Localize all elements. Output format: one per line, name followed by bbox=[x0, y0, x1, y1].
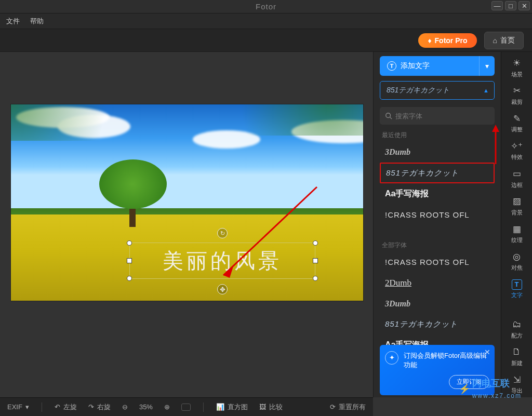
minimize-button[interactable]: — bbox=[491, 1, 503, 10]
all-font-list: !CRASS ROOTS OFL2Dumb3Dumb851テガキカクットAa手写… bbox=[380, 252, 495, 345]
font-item[interactable]: !CRASS ROOTS OFL bbox=[380, 204, 495, 225]
font-name-label: 851テガキカクット bbox=[385, 319, 458, 329]
histogram-button[interactable]: 📊直方图 bbox=[216, 402, 248, 412]
tool-crop[interactable]: ✂裁剪 bbox=[503, 83, 530, 108]
tool-adjust[interactable]: ✎调整 bbox=[503, 111, 530, 136]
menu-file[interactable]: 文件 bbox=[6, 17, 20, 26]
separator bbox=[42, 402, 42, 412]
font-search-input[interactable] bbox=[395, 112, 489, 120]
resize-handle-ml[interactable] bbox=[127, 258, 132, 263]
font-select-dropdown[interactable]: 851テガキカクット ▲ bbox=[380, 81, 495, 100]
resize-handle-bl[interactable] bbox=[127, 276, 132, 281]
zoom-level[interactable]: 35% bbox=[139, 403, 153, 411]
pencil-icon: ✎ bbox=[511, 113, 523, 124]
font-item[interactable]: Aa手写海报 bbox=[380, 183, 495, 204]
move-handle[interactable]: ✥ bbox=[217, 284, 228, 294]
menubar: 文件 帮助 bbox=[0, 14, 532, 29]
text-selection[interactable]: ↻ 美丽的风景 ✥ bbox=[129, 239, 315, 282]
canvas-area[interactable]: ↻ 美丽的风景 ✥ bbox=[0, 52, 373, 397]
zoom-out-button[interactable]: ⊖ bbox=[122, 403, 128, 411]
tool-preset[interactable]: 🗂配方 bbox=[503, 316, 530, 342]
add-text-button[interactable]: T 添加文字 ▾ bbox=[380, 56, 495, 76]
font-item[interactable]: 851テガキカクット bbox=[380, 163, 495, 183]
rotate-left-icon: ↶ bbox=[55, 403, 60, 411]
text-icon: T bbox=[387, 61, 396, 71]
tool-focus[interactable]: ◎对焦 bbox=[503, 249, 530, 274]
promo-text: 订阅会员解锁Fotor高级编辑功能 bbox=[404, 351, 489, 370]
recent-font-list: 3Dumb851テガキカクットAa手写海报!CRASS ROOTS OFL bbox=[380, 142, 495, 235]
chevron-down-icon: ▾ bbox=[25, 403, 29, 411]
font-name-label: 3Dumb bbox=[385, 299, 410, 308]
font-item[interactable]: !CRASS ROOTS OFL bbox=[380, 252, 495, 273]
subscribe-button[interactable]: 立即订阅 bbox=[449, 375, 489, 389]
exif-button[interactable]: EXIF▾ bbox=[7, 403, 29, 411]
fit-screen-button[interactable] bbox=[181, 404, 191, 411]
tool-scene[interactable]: ☀场景 bbox=[503, 55, 530, 80]
all-fonts-label: 全部字体 bbox=[382, 241, 495, 250]
reset-button[interactable]: ⟳重置所有 bbox=[330, 402, 366, 412]
tree-icon bbox=[99, 159, 167, 227]
zoom-out-icon: ⊖ bbox=[122, 403, 128, 411]
close-icon[interactable]: ✕ bbox=[484, 348, 490, 356]
svg-point-4 bbox=[386, 113, 391, 118]
rotate-left-button[interactable]: ↶左旋 bbox=[55, 402, 77, 412]
menu-help[interactable]: 帮助 bbox=[30, 17, 44, 26]
resize-handle-tr[interactable] bbox=[313, 240, 318, 246]
svg-line-5 bbox=[390, 117, 392, 119]
rotate-right-button[interactable]: ↷右旋 bbox=[88, 402, 111, 412]
search-icon bbox=[385, 112, 392, 119]
canvas-text[interactable]: 美丽的风景 bbox=[129, 239, 315, 282]
fit-icon bbox=[181, 404, 191, 411]
histogram-icon: 📊 bbox=[216, 403, 224, 411]
font-name-label: 3Dumb bbox=[385, 147, 410, 157]
home-icon: ⌂ bbox=[493, 36, 497, 45]
font-item[interactable]: 3Dumb bbox=[380, 142, 495, 163]
header-row: ♦ Fotor Pro ⌂ 首页 bbox=[0, 29, 532, 52]
font-item[interactable]: 851テガキカクット bbox=[380, 314, 495, 335]
fotor-pro-button[interactable]: ♦ Fotor Pro bbox=[418, 33, 476, 48]
window-controls: — □ ✕ bbox=[491, 1, 530, 10]
diamond-icon: ♦ bbox=[428, 36, 431, 45]
separator bbox=[203, 402, 204, 412]
tool-texture[interactable]: ▦纹理 bbox=[503, 221, 530, 247]
rotate-handle[interactable]: ↻ bbox=[217, 228, 228, 238]
texture-icon: ▦ bbox=[511, 223, 523, 235]
tool-text[interactable]: T文字 bbox=[503, 276, 530, 302]
app-title: Fotor bbox=[256, 2, 276, 11]
home-label: 首页 bbox=[500, 36, 515, 45]
tool-frame[interactable]: ▭边框 bbox=[503, 166, 530, 191]
maximize-button[interactable]: □ bbox=[505, 1, 516, 10]
compare-icon: 🖼 bbox=[259, 403, 266, 411]
focus-icon: ◎ bbox=[511, 251, 523, 262]
background-icon: ▨ bbox=[511, 196, 523, 207]
zoom-in-button[interactable]: ⊕ bbox=[164, 403, 170, 411]
chevron-down-icon[interactable]: ▾ bbox=[479, 56, 495, 76]
titlebar: Fotor — □ ✕ bbox=[0, 0, 532, 14]
zoom-in-icon: ⊕ bbox=[164, 403, 170, 411]
tool-export[interactable]: ⇲导出 bbox=[503, 372, 530, 397]
resize-handle-br[interactable] bbox=[313, 276, 318, 281]
rotate-right-icon: ↷ bbox=[88, 403, 94, 411]
font-item[interactable]: 2Dumb bbox=[380, 273, 495, 293]
close-button[interactable]: ✕ bbox=[518, 1, 530, 10]
reset-icon: ⟳ bbox=[330, 403, 336, 411]
tool-new[interactable]: 🗋新建 bbox=[503, 344, 530, 370]
font-search[interactable] bbox=[380, 107, 495, 125]
main-area: ↻ 美丽的风景 ✥ T 添加文字 ▾ bbox=[0, 52, 532, 397]
tool-effect[interactable]: ✧⁺特效 bbox=[503, 138, 530, 164]
resize-handle-tl[interactable] bbox=[127, 240, 132, 246]
new-file-icon: 🗋 bbox=[511, 346, 523, 358]
home-button[interactable]: ⌂ 首页 bbox=[484, 32, 524, 49]
selected-font-label: 851テガキカクット bbox=[387, 86, 449, 95]
canvas-image[interactable]: ↻ 美丽的风景 ✥ bbox=[10, 104, 364, 301]
resize-handle-mr[interactable] bbox=[313, 258, 318, 263]
font-name-label: !CRASS ROOTS OFL bbox=[385, 258, 470, 266]
tool-background[interactable]: ▨背景 bbox=[503, 193, 530, 219]
text-icon: T bbox=[512, 279, 522, 290]
crop-icon: ✂ bbox=[511, 85, 523, 97]
font-item[interactable]: 3Dumb bbox=[380, 293, 495, 314]
add-text-label: 添加文字 bbox=[401, 61, 430, 71]
compare-button[interactable]: 🖼比较 bbox=[259, 402, 283, 412]
upgrade-icon: ✦ bbox=[385, 351, 398, 365]
font-item[interactable]: Aa手写海报 bbox=[380, 335, 495, 345]
